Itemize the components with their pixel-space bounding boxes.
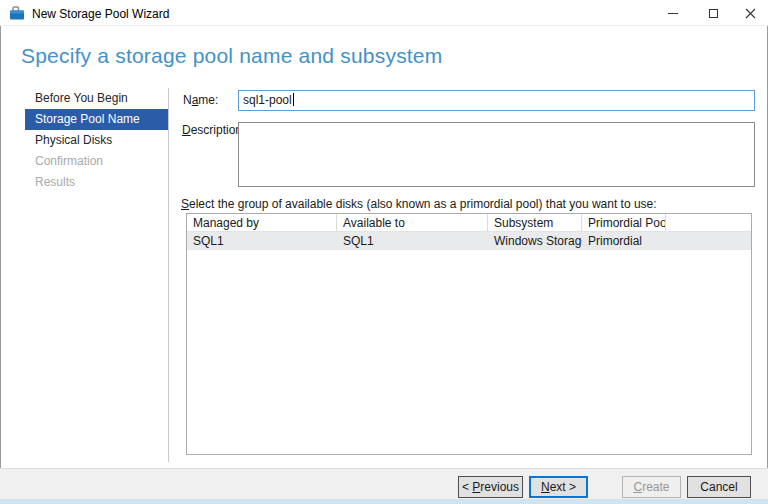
sidebar-item-physical-disks[interactable]: Physical Disks: [25, 130, 168, 151]
column-header-primordial-pool[interactable]: Primordial Pool: [582, 214, 666, 231]
previous-button[interactable]: < Previous: [458, 476, 523, 498]
cell-managed-by: SQL1: [187, 232, 337, 250]
maximize-button[interactable]: [693, 0, 733, 26]
storage-pool-wizard-icon: [9, 5, 25, 21]
minimize-button[interactable]: [653, 0, 693, 26]
window-title: New Storage Pool Wizard: [32, 7, 169, 21]
close-icon: [745, 8, 756, 19]
cell-subsystem: Windows Storage: [488, 232, 582, 250]
sidebar-item-results: Results: [25, 172, 168, 193]
sidebar-divider: [168, 88, 169, 462]
cell-available-to: SQL1: [337, 232, 488, 250]
description-input[interactable]: [238, 122, 755, 187]
text-cursor: [293, 93, 294, 106]
new-storage-pool-wizard-window: New Storage Pool Wizard Specify a storag…: [0, 0, 768, 504]
sidebar-item-before-you-begin[interactable]: Before You Begin: [25, 88, 168, 109]
sidebar-item-storage-pool-name[interactable]: Storage Pool Name: [25, 109, 168, 130]
primordial-pool-select-label: Select the group of available disks (als…: [181, 197, 657, 211]
bottom-edge-strip: [0, 499, 768, 504]
column-header-available-to[interactable]: Available to: [337, 214, 488, 231]
title-bar: New Storage Pool Wizard: [0, 0, 768, 26]
maximize-icon: [709, 9, 718, 18]
minimize-icon: [668, 13, 678, 14]
name-label: Name:: [183, 93, 218, 107]
column-header-managed-by[interactable]: Managed by: [187, 214, 337, 231]
cell-primordial-pool: Primordial: [582, 232, 666, 250]
close-button[interactable]: [733, 0, 768, 26]
cancel-button[interactable]: Cancel: [687, 476, 751, 498]
page-title: Specify a storage pool name and subsyste…: [21, 44, 442, 68]
next-button[interactable]: Next >: [529, 476, 588, 498]
description-label: Description:: [182, 123, 245, 137]
create-button: Create: [622, 476, 681, 498]
name-input-value: sql1-pool: [243, 93, 292, 107]
table-row[interactable]: SQL1 SQL1 Windows Storage Primordial: [187, 232, 751, 250]
wizard-steps-sidebar: Before You Begin Storage Pool Name Physi…: [25, 88, 168, 193]
name-input[interactable]: sql1-pool: [238, 90, 755, 111]
table-header-row: Managed by Available to Subsystem Primor…: [187, 214, 751, 232]
wizard-footer: < Previous Next > Create Cancel: [0, 468, 768, 499]
column-header-subsystem[interactable]: Subsystem: [488, 214, 582, 231]
primordial-pool-table: Managed by Available to Subsystem Primor…: [186, 213, 752, 455]
sidebar-item-confirmation: Confirmation: [25, 151, 168, 172]
column-header-filler: [666, 214, 751, 231]
